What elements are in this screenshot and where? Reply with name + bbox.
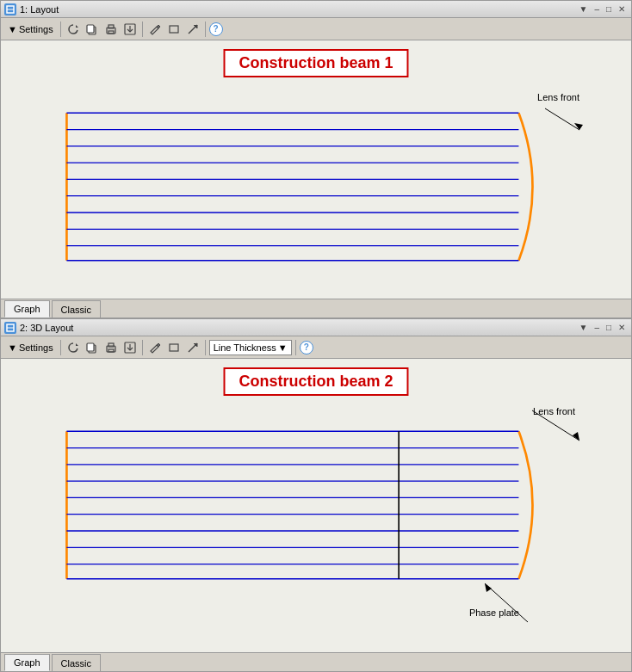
title-bar-controls-1: ▼ – □ ✕ (576, 4, 628, 14)
box-btn-2[interactable]: □ (604, 323, 614, 332)
beam-label-1: Construction beam 1 (223, 49, 408, 77)
sep-2b (142, 340, 143, 355)
copy-btn-1[interactable] (84, 21, 101, 38)
tab-graph-1[interactable]: Graph (4, 300, 50, 318)
line-thickness-dropdown[interactable]: Line Thickness ▼ (209, 340, 292, 355)
settings-label-1: Settings (19, 24, 53, 34)
refresh-btn-2[interactable] (65, 339, 82, 356)
settings-dropdown-2[interactable]: ▼ Settings (4, 341, 57, 354)
canvas-area-1: Construction beam 1 Lens front (1, 40, 631, 299)
tab-classic-2[interactable]: Classic (52, 654, 101, 671)
sep-2d (295, 340, 296, 355)
svg-marker-38 (573, 432, 579, 441)
copy-btn-2[interactable] (84, 339, 101, 356)
tab-bar-2: Graph Classic (1, 652, 631, 671)
layout-icon (4, 3, 16, 15)
title-bar-left-2: 2: 3D Layout (4, 322, 73, 334)
panel-3d-layout: 2: 3D Layout ▼ – □ ✕ ▼ Settings (0, 318, 632, 672)
rect-btn-2[interactable] (165, 339, 183, 356)
svg-marker-27 (76, 343, 78, 346)
svg-rect-10 (170, 26, 178, 33)
title-bar-controls-2: ▼ – □ ✕ (576, 323, 628, 332)
box-btn-1[interactable]: □ (604, 4, 614, 14)
lens-diagram-2 (48, 406, 565, 604)
tab-bar-1: Graph Classic (1, 299, 631, 318)
print-btn-2[interactable] (102, 339, 120, 356)
sep-1b (142, 22, 143, 37)
minimize-btn-1[interactable]: ▼ (576, 4, 590, 14)
phase-plate-annotation: Phase plate (469, 607, 519, 618)
sep-2c (205, 340, 206, 355)
minimize-btn-2[interactable]: ▼ (576, 323, 590, 332)
lens-diagram-1 (48, 88, 565, 286)
pencil-btn-1[interactable] (146, 21, 164, 38)
close-btn-2[interactable]: ✕ (616, 323, 628, 332)
pencil-btn-2[interactable] (146, 339, 164, 356)
sep-2a (60, 340, 61, 355)
toolbar-1: ▼ Settings (1, 18, 631, 40)
svg-rect-4 (87, 25, 94, 33)
svg-rect-35 (170, 344, 178, 351)
settings-dropdown-1[interactable]: ▼ Settings (4, 22, 57, 36)
dropdown-arrow-icon: ▼ (278, 342, 288, 353)
arrow-btn-1[interactable] (184, 21, 201, 38)
sep-1c (205, 22, 206, 37)
line-thickness-label: Line Thickness (214, 342, 276, 353)
tab-classic-1[interactable]: Classic (52, 300, 101, 318)
dash-btn-1[interactable]: – (592, 4, 602, 14)
tab-graph-2[interactable]: Graph (4, 654, 50, 671)
print-btn-1[interactable] (102, 21, 120, 38)
close-btn-1[interactable]: ✕ (616, 4, 628, 14)
panel1-title: 1: Layout (20, 4, 59, 15)
rect-btn-1[interactable] (165, 21, 183, 38)
info-btn-1[interactable]: ? (209, 22, 223, 36)
sep-1a (60, 22, 61, 37)
canvas-area-2: Construction beam 2 Lens front Phase pla… (1, 359, 631, 652)
arrow-btn-2[interactable] (184, 339, 201, 356)
settings-label-2: Settings (19, 342, 53, 353)
chevron-down-icon-2: ▼ (8, 342, 17, 353)
svg-rect-32 (108, 349, 114, 352)
export-btn-1[interactable] (121, 21, 139, 38)
toolbar-2: ▼ Settings (1, 336, 631, 359)
layout-3d-icon (4, 322, 16, 334)
refresh-btn-1[interactable] (65, 21, 82, 38)
svg-rect-29 (87, 343, 94, 351)
chevron-down-icon: ▼ (8, 24, 17, 34)
svg-rect-7 (108, 31, 114, 34)
panel2-title: 2: 3D Layout (20, 323, 73, 333)
dash-btn-2[interactable]: – (592, 323, 602, 332)
svg-marker-2 (76, 25, 78, 28)
beam-label-2: Construction beam 2 (223, 367, 408, 396)
main-container: 1: Layout ▼ – □ ✕ ▼ Settings (0, 0, 632, 672)
title-bar-1: 1: Layout ▼ – □ ✕ (1, 1, 631, 18)
panel-layout: 1: Layout ▼ – □ ✕ ▼ Settings (0, 0, 632, 318)
title-bar-left-1: 1: Layout (4, 3, 59, 15)
title-bar-2: 2: 3D Layout ▼ – □ ✕ (1, 319, 631, 336)
export-btn-2[interactable] (121, 339, 139, 356)
info-btn-2[interactable]: ? (300, 341, 313, 354)
